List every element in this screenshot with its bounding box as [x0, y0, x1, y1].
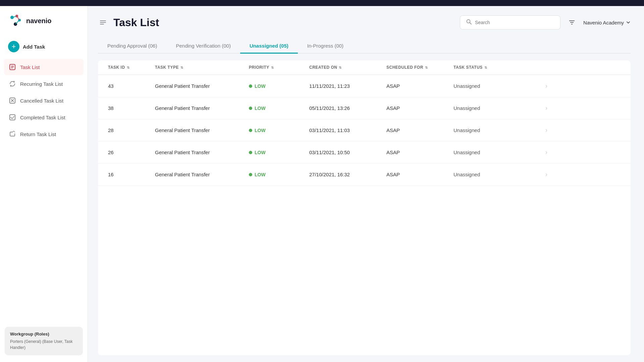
tabs: Pending Approval (06) Pending Verificati… — [98, 39, 631, 54]
sidebar-item-cancelled-task-list[interactable]: Cancelled Task List — [4, 93, 84, 109]
row-arrow-icon: › — [527, 105, 547, 112]
search-input[interactable] — [475, 20, 554, 25]
cell-created-on: 03/11/2021, 11:03 — [309, 127, 386, 133]
cell-task-type: General Patient Transfer — [155, 172, 249, 177]
table-row[interactable]: 16 General Patient Transfer LOW 27/10/20… — [98, 164, 631, 186]
col-header-arrow — [527, 65, 547, 70]
col-header-task-type[interactable]: TASK TYPE ⇅ — [155, 65, 249, 70]
filter-button[interactable] — [566, 16, 578, 28]
cell-scheduled-for: ASAP — [386, 172, 453, 177]
sidebar-item-completed-label: Completed Task List — [20, 115, 65, 120]
priority-dot — [249, 151, 252, 154]
return-icon — [9, 130, 16, 138]
logo-text: navenio — [26, 17, 52, 25]
tab-in-progress[interactable]: In-Progress (00) — [298, 39, 353, 54]
sidebar-item-recurring-label: Recurring Task List — [20, 81, 63, 87]
main-content: Task List Navenio Academy — [88, 6, 644, 362]
svg-line-19 — [470, 23, 472, 24]
workgroup-detail: Porters (General) (Base User, Task Handl… — [10, 339, 77, 351]
svg-rect-16 — [100, 22, 106, 23]
search-icon — [466, 19, 472, 26]
priority-label: LOW — [255, 83, 266, 89]
table-row[interactable]: 38 General Patient Transfer LOW 05/11/20… — [98, 97, 631, 119]
nav-items: Task List Recurring Task List Cancelled … — [0, 59, 88, 327]
cell-created-on: 05/11/2021, 13:26 — [309, 105, 386, 111]
completed-icon — [9, 114, 16, 121]
cell-priority: LOW — [249, 106, 309, 111]
sort-icon-task-status: ⇅ — [484, 66, 487, 69]
priority-label: LOW — [255, 150, 266, 155]
cell-task-status: Unassigned — [453, 83, 527, 89]
col-header-task-status[interactable]: TASK STATUS ⇅ — [453, 65, 527, 70]
row-arrow-icon: › — [527, 149, 547, 156]
sidebar: navenio + Add Task Task List Recurring T… — [0, 6, 88, 362]
table-row[interactable]: 26 General Patient Transfer LOW 03/11/20… — [98, 141, 631, 164]
table-row[interactable]: 43 General Patient Transfer LOW 11/11/20… — [98, 75, 631, 97]
col-header-created-on[interactable]: CREATED ON ⇅ — [309, 65, 386, 70]
cell-priority: LOW — [249, 83, 309, 89]
priority-dot — [249, 129, 252, 132]
cell-task-id: 43 — [108, 83, 155, 89]
org-selector[interactable]: Navenio Academy — [583, 20, 631, 25]
sidebar-item-completed-task-list[interactable]: Completed Task List — [4, 109, 84, 125]
cell-priority: LOW — [249, 172, 309, 177]
header-right: Navenio Academy — [460, 15, 631, 29]
svg-rect-15 — [100, 20, 106, 21]
sidebar-item-task-list[interactable]: Task List — [4, 59, 84, 75]
app-body: navenio + Add Task Task List Recurring T… — [0, 6, 644, 362]
cell-task-type: General Patient Transfer — [155, 149, 249, 155]
tab-pending-approval[interactable]: Pending Approval (06) — [98, 39, 166, 54]
navenio-logo-icon — [8, 13, 23, 28]
sort-icon-task-id: ⇅ — [127, 66, 130, 69]
priority-dot — [249, 173, 252, 176]
sort-icon-priority: ⇅ — [271, 66, 274, 69]
table-header: TASK ID ⇅ TASK TYPE ⇅ PRIORITY ⇅ CREATED… — [98, 60, 631, 75]
col-header-priority[interactable]: PRIORITY ⇅ — [249, 65, 309, 70]
col-header-task-id[interactable]: TASK ID ⇅ — [108, 65, 155, 70]
collapse-sidebar-button[interactable] — [98, 17, 108, 27]
sidebar-item-cancelled-label: Cancelled Task List — [20, 98, 63, 104]
logo-area: navenio — [0, 6, 88, 38]
tab-pending-verification[interactable]: Pending Verification (00) — [166, 39, 240, 54]
header-left: Task List — [98, 16, 159, 29]
cell-created-on: 11/11/2021, 11:23 — [309, 83, 386, 89]
tab-unassigned[interactable]: Unassigned (05) — [240, 39, 298, 54]
top-bar — [0, 0, 644, 6]
col-header-scheduled-for[interactable]: SCHEDULED FOR ⇅ — [386, 65, 453, 70]
sort-icon-task-type: ⇅ — [180, 66, 183, 69]
cell-scheduled-for: ASAP — [386, 83, 453, 89]
cell-task-id: 26 — [108, 149, 155, 155]
cell-scheduled-for: ASAP — [386, 149, 453, 155]
table-body: 43 General Patient Transfer LOW 11/11/20… — [98, 75, 631, 186]
cell-priority: LOW — [249, 150, 309, 155]
task-table: TASK ID ⇅ TASK TYPE ⇅ PRIORITY ⇅ CREATED… — [98, 60, 631, 355]
cell-task-status: Unassigned — [453, 105, 527, 111]
priority-dot — [249, 107, 252, 110]
page-title: Task List — [113, 16, 159, 29]
add-task-label: Add Task — [23, 44, 45, 50]
cell-task-id: 16 — [108, 172, 155, 177]
row-arrow-icon: › — [527, 127, 547, 134]
cell-task-status: Unassigned — [453, 127, 527, 133]
cell-task-status: Unassigned — [453, 149, 527, 155]
cell-scheduled-for: ASAP — [386, 127, 453, 133]
priority-dot — [249, 84, 252, 88]
sort-icon-scheduled-for: ⇅ — [425, 66, 428, 69]
add-icon: + — [8, 41, 19, 52]
row-arrow-icon: › — [527, 82, 547, 89]
main-header: Task List Navenio Academy — [98, 15, 631, 29]
add-task-button[interactable]: + Add Task — [0, 38, 88, 59]
cell-created-on: 27/10/2021, 16:32 — [309, 172, 386, 177]
svg-line-5 — [17, 16, 19, 20]
sidebar-item-recurring-task-list[interactable]: Recurring Task List — [4, 76, 84, 92]
cancelled-icon — [9, 97, 16, 104]
priority-label: LOW — [255, 128, 266, 133]
cell-task-id: 28 — [108, 127, 155, 133]
workgroup-section: Workgroup (Roles) Porters (General) (Bas… — [5, 327, 83, 355]
cell-task-type: General Patient Transfer — [155, 127, 249, 133]
search-box[interactable] — [460, 15, 560, 29]
table-row[interactable]: 28 General Patient Transfer LOW 03/11/20… — [98, 119, 631, 141]
cell-scheduled-for: ASAP — [386, 105, 453, 111]
cell-task-type: General Patient Transfer — [155, 105, 249, 111]
sidebar-item-return-task-list[interactable]: Return Task List — [4, 126, 84, 142]
